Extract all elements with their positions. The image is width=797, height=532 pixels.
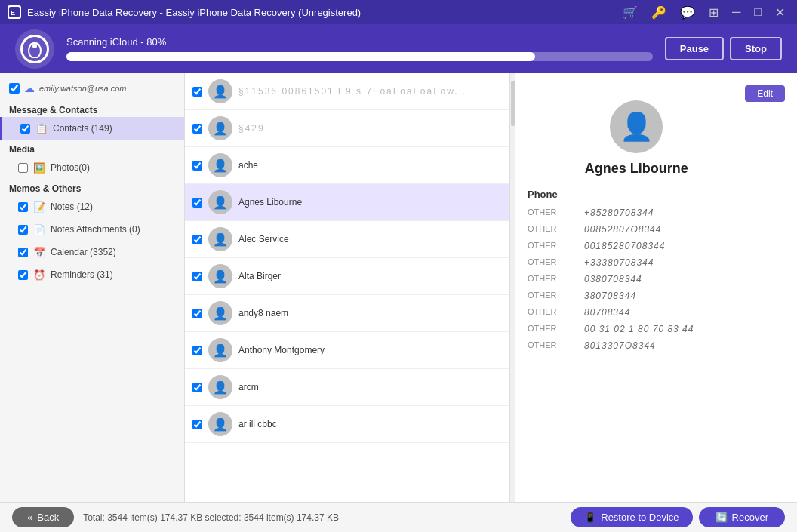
recover-button[interactable]: 🔄 Recover [699, 507, 785, 527]
detail-panel: Edit 👤 Agnes Libourne Phone OTHER +85280… [515, 73, 797, 502]
back-button[interactable]: « Back [12, 507, 74, 527]
avatar: 👤 [208, 190, 232, 214]
list-item[interactable]: 👤 arcm [185, 369, 509, 406]
item-checkbox[interactable] [192, 161, 202, 171]
sidebar-item-photos[interactable]: 🖼️ Photos(0) [0, 156, 184, 179]
section-header-memos: Memos & Others [0, 179, 184, 195]
avatar: 👤 [208, 227, 232, 251]
item-checkbox[interactable] [192, 87, 202, 97]
phone-label: OTHER [528, 274, 569, 284]
item-checkbox[interactable] [192, 383, 202, 392]
sidebar-item-contacts[interactable]: 📋 Contacts (149) [0, 117, 184, 140]
recover-icon: 🔄 [715, 512, 728, 523]
phone-row: OTHER +85280708344 [528, 204, 785, 221]
back-arrow-icon: « [27, 512, 32, 523]
bottom-bar: « Back Total: 3544 item(s) 174.37 KB sel… [0, 502, 797, 532]
stop-button[interactable]: Stop [730, 37, 782, 60]
contact-name: ache [238, 160, 258, 171]
phone-row: OTHER 00852807O8344 [528, 221, 785, 238]
toolbar: Scanning iCloud - 80% Pause Stop [0, 24, 797, 73]
shopping-icon[interactable]: 🛒 [618, 4, 642, 21]
photos-label: Photos(0) [51, 162, 175, 173]
contact-name: §11536 00861501 l 9 s 7FoaFoaFoaFow... [238, 86, 466, 97]
phone-row: OTHER 8013307O8344 [528, 337, 785, 354]
detail-avatar: 👤 [610, 100, 663, 153]
phone-label: OTHER [528, 307, 569, 318]
window-controls[interactable]: 🛒 🔑 💬 ⊞ ─ □ ✕ [618, 4, 789, 21]
list-item[interactable]: 👤 Alta Birger [185, 258, 509, 295]
phone-label: OTHER [528, 241, 569, 251]
item-checkbox[interactable] [192, 420, 202, 429]
progress-area: Scanning iCloud - 80% [66, 36, 653, 61]
detail-header: 👤 Agnes Libourne [528, 100, 745, 177]
item-checkbox[interactable] [192, 272, 202, 281]
account-checkbox[interactable] [9, 83, 20, 94]
edit-button[interactable]: Edit [745, 85, 785, 102]
sidebar-account[interactable]: ☁ emily.watson@usa.com [0, 76, 184, 100]
contact-name: §429 [238, 123, 265, 134]
contacts-label: Contacts (149) [53, 123, 175, 134]
notes-checkbox[interactable] [18, 202, 28, 212]
chat-icon[interactable]: 💬 [675, 4, 700, 21]
detail-contact-name: Agnes Libourne [585, 161, 688, 177]
phone-label: OTHER [528, 208, 569, 218]
pause-button[interactable]: Pause [665, 37, 724, 60]
list-scrollbar[interactable] [509, 73, 515, 502]
item-checkbox[interactable] [192, 346, 202, 355]
phone-value: +85280708344 [584, 208, 654, 218]
app-icon: E [8, 5, 21, 19]
sidebar-item-calendar[interactable]: 📅 Calendar (3352) [0, 241, 184, 263]
sidebar: ☁ emily.watson@usa.com Message & Contact… [0, 73, 185, 502]
reminders-checkbox[interactable] [18, 270, 28, 280]
section-header-messages: Message & Contacts [0, 100, 184, 117]
item-checkbox[interactable] [192, 235, 202, 244]
avatar: 👤 [208, 375, 232, 399]
cloud-icon: ☁ [24, 82, 35, 94]
avatar: 👤 [208, 264, 232, 288]
contact-name: Agnes Libourne [238, 197, 302, 208]
title-bar-left: E Eassiy iPhone Data Recovery - Eassiy i… [8, 5, 361, 19]
item-checkbox[interactable] [192, 198, 202, 208]
list-item[interactable]: 👤 andy8 naem [185, 295, 509, 332]
title-bar: E Eassiy iPhone Data Recovery - Eassiy i… [0, 0, 797, 24]
contact-name: andy8 naem [238, 308, 288, 318]
svg-point-3 [33, 45, 36, 48]
phone-row: OTHER 80708344 [528, 304, 785, 321]
calendar-icon: 📅 [32, 245, 46, 259]
minimize-button[interactable]: ─ [728, 4, 745, 20]
sidebar-item-notes-attachments[interactable]: 📄 Notes Attachments (0) [0, 218, 184, 241]
item-checkbox[interactable] [192, 124, 202, 134]
contact-name: ar ill cbbc [238, 419, 277, 429]
close-button[interactable]: ✕ [771, 4, 789, 21]
contact-name: Alta Birger [238, 271, 281, 281]
list-item[interactable]: 👤 §429 [185, 110, 509, 147]
grid-icon[interactable]: ⊞ [704, 4, 723, 21]
calendar-checkbox[interactable] [18, 248, 28, 257]
contacts-checkbox[interactable] [20, 124, 30, 134]
list-item[interactable]: 👤 ar ill cbbc [185, 406, 509, 443]
list-item[interactable]: 👤 §11536 00861501 l 9 s 7FoaFoaFoaFow... [185, 73, 509, 110]
maximize-button[interactable]: □ [749, 4, 766, 20]
restore-label: Restore to Device [601, 512, 679, 523]
phone-value: 00 31 02 1 80 70 83 44 [584, 324, 694, 334]
progress-label: Scanning iCloud - 80% [66, 36, 653, 48]
list-item[interactable]: 👤 Alec Service [185, 221, 509, 258]
notes-att-checkbox[interactable] [18, 225, 28, 235]
list-item[interactable]: 👤 ache [185, 147, 509, 184]
photos-checkbox[interactable] [18, 163, 28, 173]
phone-value: 80708344 [584, 307, 630, 318]
contact-list-area: 👤 §11536 00861501 l 9 s 7FoaFoaFoaFow...… [185, 73, 515, 502]
sidebar-item-notes[interactable]: 📝 Notes (12) [0, 195, 184, 218]
sidebar-item-reminders[interactable]: ⏰ Reminders (31) [0, 263, 184, 286]
list-item[interactable]: 👤 Anthony Montgomery [185, 332, 509, 369]
item-checkbox[interactable] [192, 309, 202, 318]
section-header-media: Media [0, 140, 184, 156]
key-icon[interactable]: 🔑 [647, 4, 671, 21]
avatar: 👤 [208, 153, 232, 177]
restore-to-device-button[interactable]: 📱 Restore to Device [571, 507, 692, 527]
phone-value: 00852807O8344 [584, 224, 661, 235]
list-item-selected[interactable]: 👤 Agnes Libourne [185, 184, 509, 221]
contact-list: 👤 §11536 00861501 l 9 s 7FoaFoaFoaFow...… [185, 73, 509, 502]
toolbar-buttons[interactable]: Pause Stop [665, 37, 782, 60]
scrollbar-thumb[interactable] [511, 81, 515, 126]
